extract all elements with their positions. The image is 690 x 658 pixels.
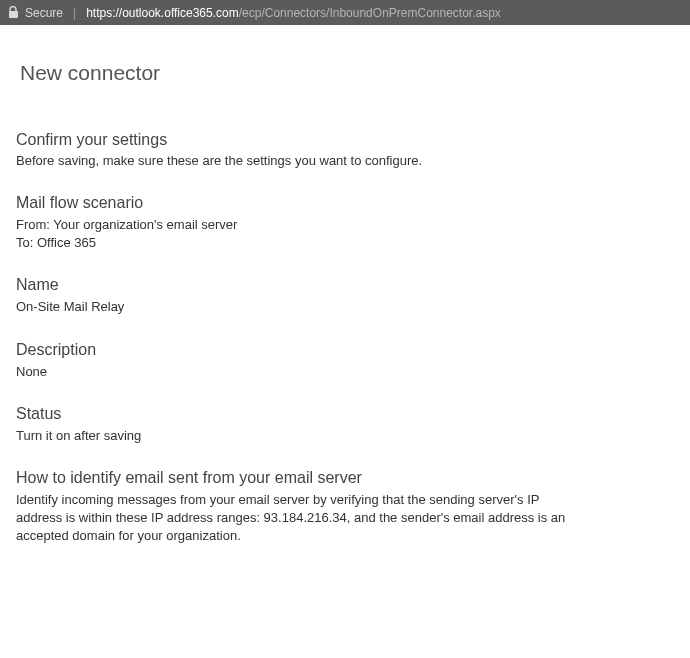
status-label: Status	[16, 405, 674, 423]
description-label: Description	[16, 341, 674, 359]
addressbar-divider: |	[73, 6, 76, 20]
mailflow-block: Mail flow scenario From: Your organizati…	[16, 194, 674, 252]
browser-address-bar: Secure | https://outlook.office365.com/e…	[0, 0, 690, 25]
dialog-content: New connector Confirm your settings Befo…	[0, 25, 690, 588]
page-title: New connector	[20, 61, 674, 85]
lock-icon	[8, 6, 19, 19]
description-value: None	[16, 363, 674, 381]
secure-label: Secure	[25, 6, 63, 20]
identify-label: How to identify email sent from your ema…	[16, 469, 674, 487]
name-block: Name On-Site Mail Relay	[16, 276, 674, 316]
description-block: Description None	[16, 341, 674, 381]
mailflow-from: From: Your organization's email server	[16, 216, 674, 234]
name-label: Name	[16, 276, 674, 294]
url-origin: https://outlook.office365.com	[86, 6, 239, 20]
identify-value: Identify incoming messages from your ema…	[16, 491, 586, 546]
status-value: Turn it on after saving	[16, 427, 674, 445]
url-path: /ecp/Connectors/InboundOnPremConnector.a…	[239, 6, 501, 20]
confirm-subtext: Before saving, make sure these are the s…	[16, 153, 674, 168]
confirm-heading: Confirm your settings	[16, 131, 674, 149]
button-row: Back Save Cancel	[0, 638, 690, 659]
name-value: On-Site Mail Relay	[16, 298, 674, 316]
url: https://outlook.office365.com/ecp/Connec…	[86, 6, 501, 20]
status-block: Status Turn it on after saving	[16, 405, 674, 445]
mailflow-to: To: Office 365	[16, 234, 674, 252]
svg-rect-0	[9, 11, 18, 18]
mailflow-label: Mail flow scenario	[16, 194, 674, 212]
identify-block: How to identify email sent from your ema…	[16, 469, 674, 546]
